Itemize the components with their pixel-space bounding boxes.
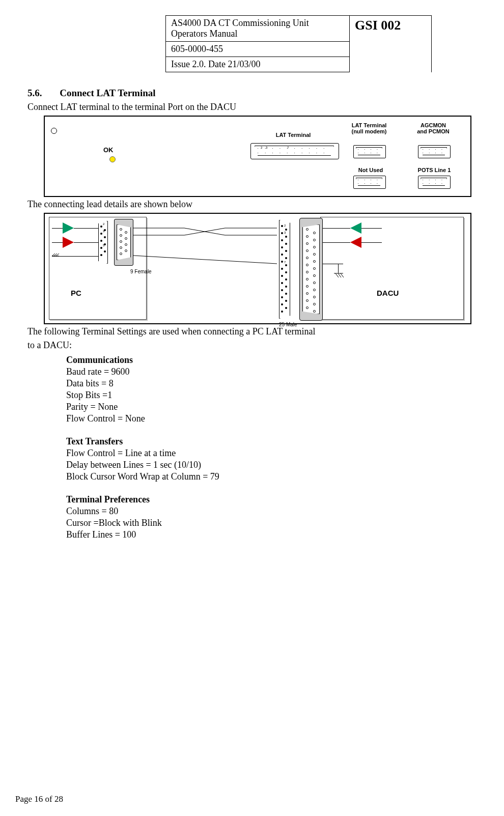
crossover-wires-icon	[133, 224, 277, 275]
db9-pots-icon: • • • • •• • • •	[418, 176, 450, 188]
terminal-settings: Communications Baud rate = 9600 Data bit…	[66, 355, 473, 540]
pc-pin5: 5	[103, 244, 104, 247]
pref-title: Terminal Preferences	[66, 494, 473, 505]
comm-4: Flow Control = None	[66, 413, 473, 424]
svg-line-10	[133, 256, 277, 264]
header-title-cell: AS4000 DA CT Commissioning Unit Operator…	[166, 16, 350, 42]
post-text2: to a DACU:	[27, 340, 473, 351]
db25-shell-icon	[299, 218, 323, 321]
comm-title: Communications	[66, 355, 473, 365]
pref-2: Buffer Lines = 100	[66, 529, 473, 540]
post-text1: The following Terminal Settings are used…	[27, 326, 473, 337]
section-heading: 5.6. Connect LAT Terminal	[27, 88, 473, 99]
comm-2: Stop Bits =1	[66, 390, 473, 401]
dacu-ground-icon	[334, 272, 346, 279]
header-title-line1: AS4000 DA CT Commissioning Unit	[171, 18, 309, 28]
comm-3: Parity = None	[66, 402, 473, 412]
db9-null-icon: • • • • •• • • •	[353, 145, 385, 157]
text-title: Text Transfers	[66, 436, 473, 447]
svg-line-13	[338, 273, 341, 277]
pin2-label: 2	[261, 146, 262, 149]
header-docnum: 605-0000-455	[166, 42, 350, 57]
ok-label: OK	[103, 146, 114, 154]
text-0: Flow Control = Line at a time	[66, 448, 473, 459]
db25-male-label: 25 Male	[279, 322, 297, 327]
lat-terminal-label: LAT Terminal	[268, 132, 319, 138]
db9-shell-icon	[114, 219, 133, 266]
pc-label: PC	[71, 289, 81, 297]
dacu-rx-arrow-icon	[350, 237, 361, 248]
comm-1: Data bits = 8	[66, 378, 473, 389]
pots-label: POTS Line 1	[414, 167, 455, 173]
dacu-panel-diagram: OK LAT Terminal • • • • • • • • • • • • …	[44, 116, 471, 197]
gsi-code: GSI 002	[350, 16, 432, 72]
db9-notused-icon: • • • • •• • • •	[353, 176, 385, 188]
section-title: Connect LAT Terminal	[60, 88, 155, 98]
pc-pin3: 3	[103, 230, 104, 233]
header-issue: Issue 2.0. Date 21/03/00	[166, 57, 350, 72]
mid-text: The connecting lead details are shown be…	[27, 199, 473, 210]
section-number: 5.6.	[27, 88, 42, 98]
document-header: AS4000 DA CT Commissioning Unit Operator…	[165, 15, 432, 72]
dacu-box: DACU	[320, 217, 464, 320]
tx-arrow-icon	[63, 222, 74, 234]
lat-null-label: LAT Terminal (null modem)	[346, 122, 392, 134]
pin3-label: 3	[266, 146, 267, 149]
text-1: Delay between Lines = 1 sec (10/10)	[66, 460, 473, 470]
db9-agcmon-icon: • • • • •• • • •	[418, 145, 450, 157]
svg-line-14	[341, 273, 344, 277]
dacu-tx-arrow-icon	[350, 222, 361, 234]
pc-pin2: 2	[103, 222, 104, 226]
pin7-label: 7	[287, 146, 289, 149]
header-title-line2: Operators Manual	[171, 29, 237, 39]
db9-front-icon	[98, 221, 108, 264]
db25-connector-icon: • • • • • • • • • • • • • • • • • • • • …	[250, 143, 338, 158]
comm-0: Baud rate = 9600	[66, 367, 473, 377]
dacu-label: DACU	[377, 289, 399, 297]
db25-pins	[279, 220, 289, 318]
agcmon-label: AGCMON and PCMON	[410, 122, 456, 134]
pref-1: Cursor =Block with Blink	[66, 518, 473, 528]
svg-line-12	[335, 273, 339, 277]
ok-led-icon	[109, 156, 116, 162]
text-2: Block Cursor Word Wrap at Column = 79	[66, 471, 473, 482]
pref-0: Columns = 80	[66, 506, 473, 517]
rx-arrow-icon	[63, 237, 74, 248]
panel-screw-icon	[51, 128, 57, 134]
ground-icon	[52, 254, 61, 261]
not-used-label: Not Used	[355, 167, 386, 173]
cable-wiring-diagram: PC DACU 2 3 5	[44, 213, 471, 324]
intro-text: Connect LAT terminal to the terminal Por…	[27, 102, 473, 112]
